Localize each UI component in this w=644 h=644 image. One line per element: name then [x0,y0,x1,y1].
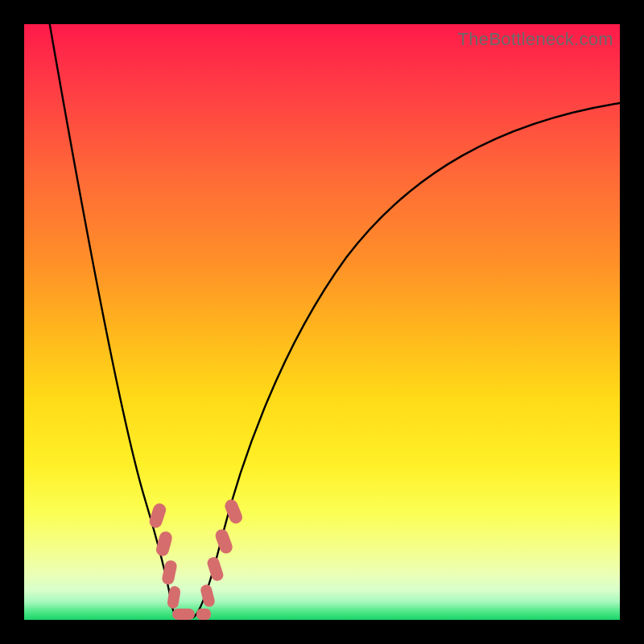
data-bead [206,555,225,582]
data-bead [196,609,211,620]
data-bead [213,527,234,555]
curve-left-branch [48,16,179,617]
data-bead [155,530,173,557]
gradient-plot-area: TheBottleneck.com [24,24,620,620]
data-bead [172,609,195,620]
curve-layer [24,24,620,620]
curve-right-branch [193,103,620,617]
chart-container: TheBottleneck.com [0,0,644,644]
